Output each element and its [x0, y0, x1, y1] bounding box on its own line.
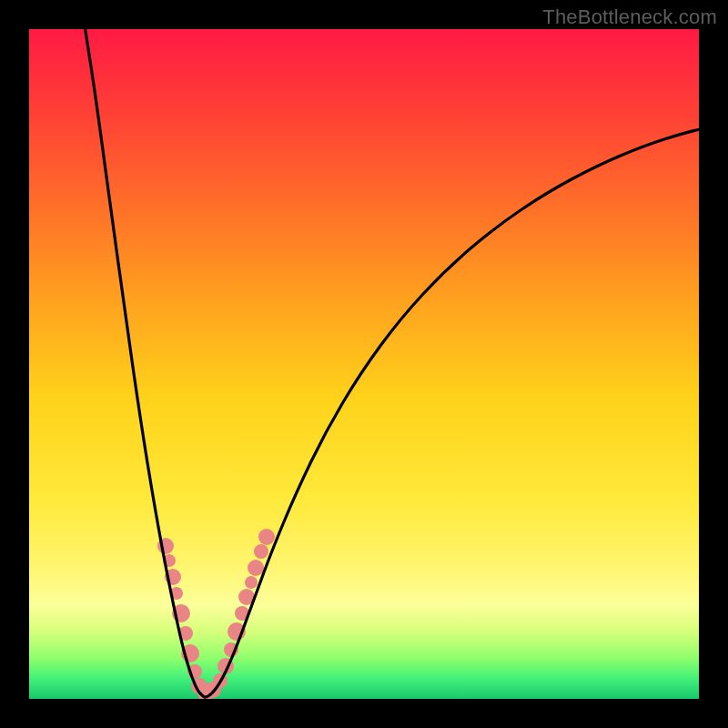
chart-frame: TheBottleneck.com	[0, 0, 728, 728]
watermark-text: TheBottleneck.com	[542, 5, 717, 29]
bead-point	[248, 560, 264, 576]
bead-point	[258, 529, 275, 545]
bead-point	[245, 576, 258, 589]
bead-point	[254, 544, 268, 559]
plot-area	[29, 29, 699, 699]
bottleneck-curve	[29, 29, 699, 699]
